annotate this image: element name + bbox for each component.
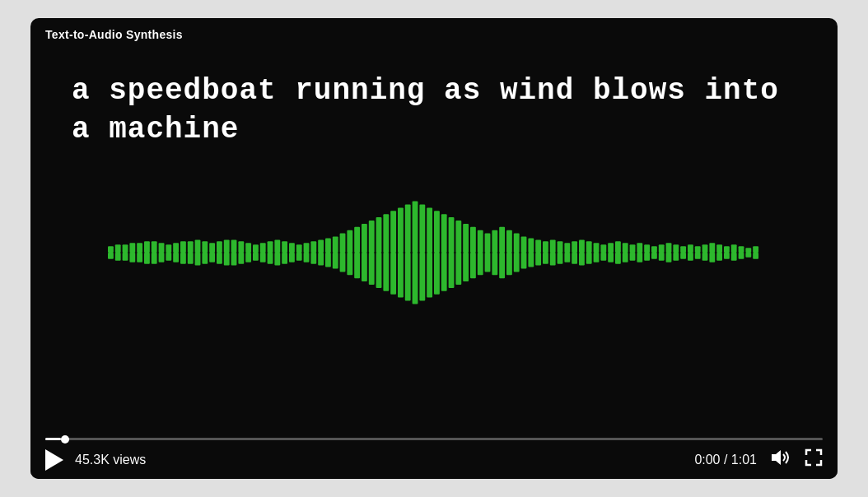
svg-rect-153 [659, 253, 665, 261]
svg-rect-67 [347, 253, 352, 275]
svg-rect-12 [152, 241, 157, 253]
svg-rect-179 [753, 253, 758, 259]
svg-rect-77 [383, 253, 389, 291]
svg-rect-73 [369, 253, 375, 285]
svg-rect-95 [449, 253, 455, 288]
svg-rect-156 [673, 244, 679, 253]
svg-rect-119 [535, 253, 541, 266]
svg-rect-158 [680, 246, 686, 253]
svg-rect-97 [455, 253, 461, 285]
svg-rect-8 [137, 243, 142, 253]
svg-rect-126 [564, 243, 570, 253]
svg-rect-170 [724, 246, 730, 253]
volume-icon[interactable] [770, 449, 791, 470]
svg-rect-79 [390, 253, 396, 295]
progress-track[interactable] [45, 438, 823, 440]
svg-rect-100 [470, 226, 476, 252]
svg-rect-89 [427, 253, 432, 298]
svg-rect-154 [666, 243, 672, 253]
video-main: a speedboat running as wind blows into a… [30, 48, 838, 430]
svg-rect-143 [623, 253, 628, 262]
svg-rect-50 [289, 243, 295, 253]
svg-rect-87 [419, 253, 425, 301]
current-time: 0:00 [694, 453, 720, 467]
svg-rect-134 [594, 243, 600, 253]
svg-rect-88 [427, 207, 432, 253]
progress-fill [45, 438, 61, 440]
svg-rect-138 [608, 243, 614, 253]
svg-rect-62 [333, 236, 338, 253]
caption-text: a speedboat running as wind blows into a… [72, 72, 796, 150]
svg-rect-164 [702, 244, 708, 253]
svg-rect-82 [405, 204, 411, 253]
svg-rect-70 [362, 223, 367, 252]
svg-rect-74 [376, 217, 382, 253]
svg-rect-130 [579, 239, 585, 253]
svg-rect-144 [630, 244, 636, 253]
svg-rect-28 [209, 243, 215, 253]
svg-rect-86 [419, 204, 425, 253]
svg-rect-3 [115, 253, 121, 261]
svg-rect-125 [558, 253, 563, 264]
svg-rect-80 [398, 207, 404, 253]
svg-rect-78 [390, 211, 396, 253]
svg-rect-21 [180, 253, 186, 264]
svg-rect-90 [434, 211, 440, 253]
svg-rect-29 [209, 253, 215, 262]
svg-rect-123 [550, 253, 556, 266]
svg-rect-149 [644, 253, 650, 261]
svg-rect-98 [463, 223, 469, 252]
svg-rect-19 [173, 253, 179, 262]
svg-rect-45 [268, 253, 273, 264]
svg-rect-68 [354, 226, 360, 252]
svg-rect-172 [731, 244, 737, 253]
waveform-area [72, 191, 796, 306]
svg-rect-114 [521, 236, 527, 253]
svg-rect-162 [695, 246, 701, 253]
svg-rect-84 [413, 201, 418, 252]
svg-rect-69 [354, 253, 360, 278]
svg-rect-124 [558, 241, 563, 253]
time-display: 0:00 / 1:01 [694, 453, 757, 467]
svg-rect-57 [310, 253, 316, 264]
progress-bar-container[interactable] [30, 438, 838, 440]
svg-rect-14 [159, 243, 165, 253]
svg-rect-31 [217, 253, 222, 264]
svg-rect-101 [470, 253, 476, 278]
svg-rect-127 [564, 253, 570, 262]
waveform-svg [72, 199, 796, 306]
svg-rect-111 [506, 253, 512, 275]
fullscreen-icon[interactable] [805, 448, 823, 471]
svg-rect-93 [441, 253, 447, 291]
svg-rect-20 [180, 241, 186, 253]
progress-dot [61, 435, 69, 444]
svg-rect-140 [615, 241, 621, 253]
svg-rect-171 [724, 253, 730, 259]
svg-rect-96 [455, 221, 461, 253]
svg-rect-121 [543, 253, 548, 264]
svg-rect-51 [289, 253, 295, 262]
video-title: Text-to-Audio Synthesis [30, 18, 838, 48]
svg-rect-22 [188, 241, 194, 253]
svg-rect-148 [644, 244, 650, 253]
svg-rect-41 [253, 253, 259, 261]
svg-rect-91 [434, 253, 440, 295]
svg-rect-54 [304, 243, 310, 253]
svg-rect-36 [238, 241, 244, 253]
svg-rect-151 [651, 253, 657, 259]
svg-rect-103 [478, 253, 483, 275]
svg-rect-60 [325, 238, 331, 253]
svg-rect-136 [600, 244, 606, 253]
svg-rect-44 [268, 241, 273, 253]
svg-rect-6 [129, 243, 135, 253]
svg-rect-55 [304, 253, 310, 262]
svg-rect-128 [572, 241, 577, 253]
svg-rect-176 [745, 248, 751, 253]
svg-rect-66 [347, 230, 352, 252]
svg-rect-175 [739, 253, 744, 259]
duration: 1:01 [731, 453, 757, 467]
play-button[interactable] [45, 449, 63, 471]
svg-rect-43 [260, 253, 266, 262]
svg-rect-17 [166, 253, 171, 261]
svg-rect-13 [152, 253, 157, 264]
